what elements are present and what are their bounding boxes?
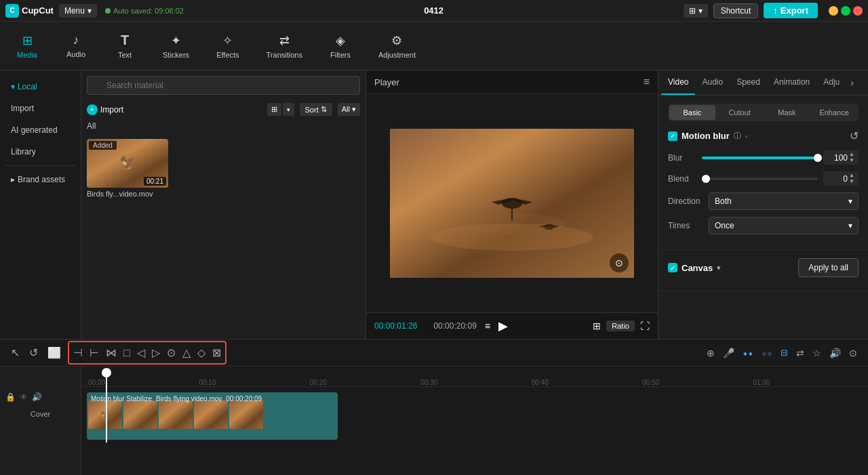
all-filter-button[interactable]: All ▾: [338, 103, 360, 116]
blend-slider[interactable]: [702, 178, 818, 180]
playhead-marker[interactable]: [102, 368, 111, 377]
media-thumbnail[interactable]: 🦅 Added 00:21: [87, 139, 168, 188]
filter-all-tag[interactable]: All: [87, 121, 96, 131]
blur-decrement-button[interactable]: ▼: [849, 158, 854, 163]
blur-slider[interactable]: [702, 157, 818, 159]
close-button[interactable]: [853, 6, 863, 16]
tab-speed[interactable]: Speed: [730, 70, 767, 95]
ratio-button[interactable]: Ratio: [606, 321, 635, 331]
tool-adjustment[interactable]: ⚙ Adjustment: [373, 30, 421, 62]
blend-decrement-button[interactable]: ▼: [849, 179, 854, 184]
undo-button[interactable]: ↖: [8, 344, 22, 362]
timeline-view-button[interactable]: ≡: [485, 321, 490, 331]
mic-button[interactable]: 🎤: [720, 345, 737, 361]
sidebar-item-ai[interactable]: AI generated: [3, 120, 78, 140]
blur-label: Blur: [668, 153, 702, 163]
sort-button[interactable]: Sort ⇅: [300, 103, 332, 116]
tool-filters[interactable]: ◈ Filters: [324, 30, 357, 62]
tool-text[interactable]: T Text: [108, 30, 141, 62]
sidebar-item-library[interactable]: Library: [3, 142, 78, 162]
motion-blur-info-icon[interactable]: ⓘ: [734, 131, 741, 141]
menu-button[interactable]: Menu ▾: [59, 4, 97, 18]
tab-more-button[interactable]: ›: [846, 70, 858, 95]
blur-slider-thumb[interactable]: [814, 154, 822, 162]
sub-tab-basic[interactable]: Basic: [669, 105, 715, 120]
sidebar-item-import[interactable]: Import: [3, 98, 78, 119]
search-input[interactable]: [87, 76, 360, 95]
track-lock-button[interactable]: 🔒: [5, 392, 16, 402]
list-view-button[interactable]: ▾: [283, 103, 294, 116]
tab-audio[interactable]: Audio: [695, 70, 730, 95]
list-item: 🦅 Added 00:21 Birds fly...video.mov: [87, 139, 168, 333]
motion-blur-settings-icon[interactable]: ◦: [745, 132, 748, 140]
cover-label[interactable]: Cover: [0, 407, 81, 421]
fit-button[interactable]: ⊞: [593, 321, 601, 331]
sound-button[interactable]: 🔊: [827, 345, 844, 361]
sub-tab-mask[interactable]: Mask: [764, 105, 810, 120]
player-menu-button[interactable]: ≡: [644, 76, 650, 88]
shortcut-button[interactable]: Shortcut: [713, 3, 759, 18]
fullscreen-button[interactable]: ⛶: [640, 321, 650, 331]
sync-button[interactable]: ⇄: [793, 345, 807, 361]
grid-view-button[interactable]: ⊞: [267, 103, 281, 116]
canvas-checkbox[interactable]: ✓: [668, 263, 677, 272]
tool-effects[interactable]: ✧ Effects: [211, 30, 244, 62]
redo-button[interactable]: ↺: [26, 344, 41, 362]
keyframe-button[interactable]: ⊕: [704, 345, 717, 361]
sub-tab-enhance[interactable]: Enhance: [811, 105, 857, 120]
tl-extra-button[interactable]: ⬜: [45, 344, 64, 362]
play-button[interactable]: ▶: [498, 318, 508, 333]
motion-blur-reset-button[interactable]: ↺: [850, 129, 859, 142]
blend-increment-button[interactable]: ▲: [849, 173, 854, 178]
split-button[interactable]: ⊣: [71, 344, 85, 362]
tool-transitions[interactable]: ⇄ Transitions: [261, 30, 308, 62]
export-button[interactable]: ↑ Export: [764, 3, 818, 18]
rotate-button[interactable]: ⊙: [164, 344, 178, 362]
apply-to-all-button[interactable]: Apply to all: [798, 258, 859, 277]
prev-frame-button[interactable]: ◁: [134, 344, 148, 362]
tab-adjustment[interactable]: Adju: [816, 70, 846, 95]
motion-blur-checkbox[interactable]: ✓: [668, 131, 677, 141]
track-audio-button[interactable]: 🔊: [32, 392, 42, 402]
monitor-button[interactable]: ⊞ ▾: [684, 4, 707, 18]
player-center-button[interactable]: ⊙: [610, 253, 629, 272]
trim-right-button[interactable]: ⋈: [103, 344, 119, 362]
blur-increment-button[interactable]: ▲: [849, 152, 854, 157]
timeline-main[interactable]: 00:00 00:10 00:20 00:30 00:40 00:50 01:0…: [81, 367, 868, 475]
fit-button-tl[interactable]: ⊟: [778, 345, 791, 360]
direction-select[interactable]: Both ▾: [709, 192, 859, 210]
video-track[interactable]: Motion blur Stabilize Birds flying video…: [87, 392, 338, 440]
times-arrow-icon: ▾: [848, 221, 852, 230]
blur-value-field[interactable]: [826, 153, 848, 163]
menu-label: Menu: [64, 6, 85, 16]
track-label-row: 🔒 👁 🔊: [0, 387, 81, 407]
right-panel: Video Audio Speed Animation Adju › Basic…: [658, 70, 868, 339]
times-select[interactable]: Once ▾: [709, 217, 859, 234]
tab-animation[interactable]: Animation: [767, 70, 816, 95]
flip-v-button[interactable]: ◇: [195, 344, 208, 362]
settings-button[interactable]: ⊙: [846, 345, 860, 361]
sidebar-item-local[interactable]: ▾ Local: [3, 77, 78, 97]
blend-slider-thumb[interactable]: [702, 175, 710, 183]
flip-h-button[interactable]: △: [180, 344, 193, 362]
sub-tab-cutout[interactable]: Cutout: [717, 105, 763, 120]
sidebar-item-brand-assets[interactable]: ▸ Brand assets: [3, 169, 78, 190]
tab-video[interactable]: Video: [661, 70, 695, 95]
maximize-button[interactable]: [841, 6, 850, 16]
filters-label: Filters: [330, 51, 351, 59]
next-frame-button[interactable]: ▷: [149, 344, 163, 362]
times-label: Times: [668, 221, 709, 230]
color-match-button[interactable]: ⬥⬥: [740, 345, 756, 360]
tool-audio[interactable]: ♪ Audio: [60, 30, 92, 61]
track-visibility-button[interactable]: 👁: [20, 392, 28, 402]
crop-button[interactable]: □: [121, 344, 133, 362]
tool-media[interactable]: ⊞ Media: [11, 30, 43, 62]
delete-button[interactable]: ⊠: [210, 344, 224, 362]
trim-left-button[interactable]: ⊢: [87, 344, 102, 362]
tool-stickers[interactable]: ✦ Stickers: [157, 30, 195, 62]
auto-captions-button[interactable]: ☆: [810, 345, 824, 361]
blend-value-field[interactable]: [826, 174, 848, 184]
import-button[interactable]: + Import: [87, 104, 123, 115]
minimize-button[interactable]: [829, 6, 838, 16]
auto-cut-button[interactable]: ⬦⬦: [759, 345, 775, 360]
